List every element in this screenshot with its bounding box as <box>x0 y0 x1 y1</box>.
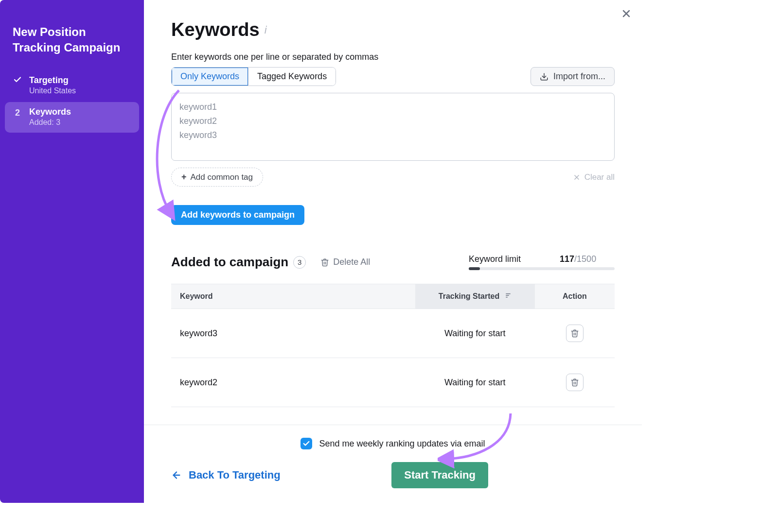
delete-row-button[interactable] <box>566 325 584 342</box>
cell-action <box>535 358 615 407</box>
keyword-limit: Keyword limit 117/1500 <box>469 254 615 270</box>
check-icon <box>302 440 310 447</box>
keywords-textarea[interactable]: keyword1 keyword2 keyword3 <box>171 93 615 161</box>
step-sub: United States <box>29 86 76 95</box>
step-number: 2 <box>13 107 22 119</box>
limit-label: Keyword limit <box>469 254 521 264</box>
arrow-left-icon <box>171 470 182 481</box>
delete-all-button[interactable]: Delete All <box>320 257 370 267</box>
add-tag-label: Add common tag <box>191 172 253 182</box>
footer-bar: Send me weekly ranking updates via email… <box>144 425 642 503</box>
cell-tracking: Waiting for start <box>415 309 535 358</box>
add-common-tag-button[interactable]: + Add common tag <box>171 168 263 187</box>
keyword-mode-toggle: Only Keywords Tagged Keywords <box>171 67 336 86</box>
page-title-text: Keywords <box>171 19 260 40</box>
plus-icon: + <box>181 172 187 182</box>
close-icon <box>620 8 632 19</box>
delete-all-label: Delete All <box>333 257 370 267</box>
sidebar-step-keywords[interactable]: 2 Keywords Added: 3 <box>5 102 139 133</box>
table-row: keyword3Waiting for start <box>171 309 615 358</box>
main-panel: Keywords i Enter keywords one per line o… <box>144 0 642 503</box>
col-tracking[interactable]: Tracking Started <box>415 284 535 309</box>
trash-icon <box>570 378 579 387</box>
keywords-table: Keyword Tracking Started Action keyword3… <box>171 284 615 407</box>
limit-progress-fill <box>469 267 480 270</box>
svg-rect-7 <box>506 297 508 297</box>
page-title: Keywords i <box>171 19 615 40</box>
start-tracking-button[interactable]: Start Tracking <box>391 462 488 488</box>
page-subtitle: Enter keywords one per line or separated… <box>171 52 615 62</box>
check-icon <box>13 75 22 87</box>
cell-tracking: Waiting for start <box>415 358 535 407</box>
checkbox-label: Send me weekly ranking updates via email <box>319 439 485 449</box>
col-action: Action <box>535 284 615 309</box>
sort-desc-icon <box>505 292 512 300</box>
step-title: Targeting <box>29 75 76 86</box>
table-row: keyword2Waiting for start <box>171 358 615 407</box>
back-link-label: Back To Targeting <box>189 469 281 481</box>
cell-action <box>535 309 615 358</box>
import-button[interactable]: Import from... <box>530 67 615 86</box>
scroll-area[interactable]: Keywords i Enter keywords one per line o… <box>144 0 642 425</box>
wizard-sidebar: New Position Tracking Campaign Targeting… <box>0 0 144 503</box>
campaign-count-badge: 3 <box>293 256 306 269</box>
add-keywords-button[interactable]: Add keywords to campaign <box>171 205 304 225</box>
clear-all-button[interactable]: Clear all <box>573 172 615 182</box>
info-icon[interactable]: i <box>265 24 267 36</box>
step-sub: Added: 3 <box>29 118 71 127</box>
close-button[interactable] <box>618 5 635 22</box>
delete-row-button[interactable] <box>566 374 584 391</box>
step-title: Keywords <box>29 107 71 117</box>
sidebar-title: New Position Tracking Campaign <box>5 24 139 70</box>
seg-only-keywords[interactable]: Only Keywords <box>172 68 248 86</box>
campaign-title: Added to campaign <box>171 255 288 270</box>
sidebar-step-targeting[interactable]: Targeting United States <box>5 70 139 101</box>
close-icon <box>573 173 581 181</box>
trash-icon <box>570 329 579 338</box>
limit-value: 117/1500 <box>560 254 596 264</box>
back-to-targeting-link[interactable]: Back To Targeting <box>171 469 281 481</box>
trash-icon <box>320 258 329 267</box>
cell-keyword: keyword2 <box>171 358 415 407</box>
limit-progress-bar <box>469 267 615 270</box>
col-keyword[interactable]: Keyword <box>171 284 415 309</box>
weekly-updates-checkbox[interactable] <box>301 438 312 449</box>
cell-keyword: keyword3 <box>171 309 415 358</box>
seg-tagged-keywords[interactable]: Tagged Keywords <box>248 68 336 86</box>
svg-rect-5 <box>506 293 510 294</box>
svg-rect-6 <box>506 295 509 295</box>
import-button-label: Import from... <box>553 71 605 82</box>
download-icon <box>540 72 548 81</box>
clear-all-label: Clear all <box>584 172 615 182</box>
